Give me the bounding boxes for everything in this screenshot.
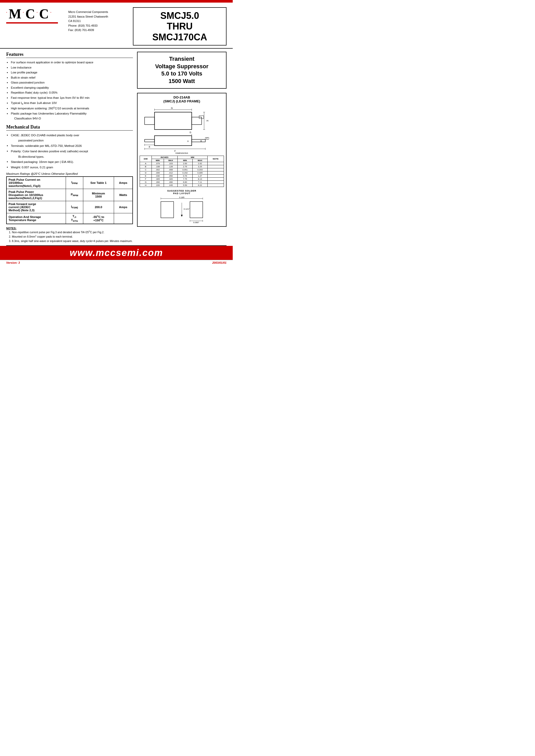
- rating-symbol: IFSM): [66, 201, 83, 213]
- header: ·M·C·C· Micro Commercial Components 2120…: [0, 3, 233, 49]
- website-text: www.mccsemi.com: [70, 247, 163, 258]
- solder-pad-section: SUGGESTED SOLDERPAD LAYOUT 0.185: [140, 189, 224, 224]
- svg-rect-12: [155, 135, 192, 145]
- dim-col-inches: INCHES: [152, 156, 177, 159]
- svg-text:0.060": 0.060": [193, 221, 199, 224]
- note-item: Non-repetitive current pulse per Fig.3 a…: [12, 230, 133, 234]
- mech-item: Standard packaging: 16mm tape per ( EIA …: [6, 159, 133, 165]
- svg-text:A: A: [187, 140, 189, 142]
- solder-pad-diagram: 0.185 0.121" 0.060": [158, 196, 205, 224]
- mechanical-title: Mechanical Data: [6, 125, 133, 130]
- company-address2: CA 91311: [68, 19, 128, 23]
- solder-title: SUGGESTED SOLDERPAD LAYOUT: [140, 189, 224, 195]
- page: ·M·C·C· Micro Commercial Components 2120…: [0, 0, 233, 328]
- feature-item: Fast response time: typical less than 1p…: [6, 96, 133, 100]
- part-number-title: SMCJ5.0THRUSMCJ170CA: [137, 10, 222, 42]
- svg-text:E: E: [149, 145, 150, 148]
- table-row: Peak forward surgecurrent (JEDECMethod) …: [7, 201, 133, 213]
- svg-rect-14: [192, 139, 205, 142]
- svg-text:G: G: [171, 106, 173, 109]
- table-row: Peak Pulse Current on10/1000uswaveform(N…: [7, 177, 133, 189]
- rating-symbol: PPPM: [66, 189, 83, 201]
- notes-list: Non-repetitive current pulse per Fig.3 a…: [6, 230, 133, 243]
- feature-item: For surface mount application in order t…: [6, 60, 133, 65]
- package-title: DO-214AB (SMCJ) (LEAD FRAME): [140, 96, 224, 103]
- dimensions-table: D/M INCHES MM NOTE MIN MAX MIN MAX: [140, 155, 224, 187]
- note-item: Mounted on 8.0mm2 copper pads to each te…: [12, 234, 133, 238]
- company-phone: Phone: (818) 701-4933: [68, 23, 128, 28]
- rating-label: Operation And StorageTemperature Range: [7, 213, 66, 224]
- package-diagram: G H C: [140, 105, 224, 154]
- mech-item: Polarity: Color band denotes positive en…: [6, 149, 133, 159]
- notes-section: NOTES: Non-repetitive current pulse per …: [6, 227, 133, 243]
- ratings-table: Peak Pulse Current on10/1000uswaveform(N…: [6, 176, 133, 224]
- svg-rect-0: [155, 112, 192, 129]
- left-column: Features For surface mount application i…: [6, 49, 133, 243]
- table-row: B.108.1282.753.25: [140, 165, 224, 168]
- mech-list: CASE: JEDEC DO-214AB molded plastic body…: [6, 133, 133, 170]
- footer-version: Version: 3: [6, 261, 20, 264]
- top-bar: [0, 0, 233, 3]
- dim-max-mm: MAX: [192, 159, 208, 162]
- rating-value: Minimum1500: [83, 189, 114, 201]
- svg-text:H: H: [207, 119, 209, 122]
- rating-label: Peak Pulse PowerDisspation on 10/1000usw…: [7, 189, 66, 201]
- footer-date: 2003/01/01: [212, 261, 227, 264]
- logo-red-line: [6, 22, 58, 23]
- table-row: G.260.2806.607.11: [140, 181, 224, 184]
- rating-label: Peak Pulse Current on10/1000uswaveform(N…: [7, 177, 66, 189]
- footer: Version: 3 2003/01/01: [0, 260, 233, 265]
- rating-unit: Watts: [114, 189, 133, 201]
- table-row: C.002.0080.0510.203: [140, 168, 224, 171]
- website-bar: www.mccsemi.com: [0, 246, 233, 260]
- part-number-box: SMCJ5.0THRUSMCJ170CA: [133, 7, 227, 45]
- tvs-title: TransientVoltage Suppressor5.0 to 170 Vo…: [140, 55, 224, 85]
- feature-item: Low inductance: [6, 65, 133, 70]
- company-name: Micro Commercial Components: [68, 10, 128, 14]
- rating-value: -55OC to+150OC: [83, 213, 114, 224]
- logo: ·M·C·C·: [6, 7, 53, 21]
- table-row: A.079.1032.002.62: [140, 162, 224, 165]
- max-ratings-header: Maximum Ratings @25°C Unless Otherwise S…: [6, 172, 133, 175]
- svg-rect-31: [190, 202, 203, 218]
- dim-col-mm: MM: [177, 156, 208, 159]
- rating-unit: Amps: [114, 177, 133, 189]
- rating-unit: [114, 213, 133, 224]
- feature-item: Repetition Rate( duty cycle): 0.05%: [6, 90, 133, 96]
- feature-list: For surface mount application in order t…: [6, 60, 133, 121]
- table-row: D.006.0120.1520.305: [140, 171, 224, 175]
- svg-marker-37: [181, 215, 183, 217]
- dim-header-row: D/M INCHES MM NOTE: [140, 156, 224, 159]
- rating-value: 200.0: [83, 201, 114, 213]
- company-fax: Fax: (818) 701-4939: [68, 28, 128, 33]
- mech-item: Terminals: solderable per MIL-STD-750, M…: [6, 143, 133, 149]
- package-box: DO-214AB (SMCJ) (LEAD FRAME): [137, 93, 227, 227]
- table-row: F.305.3207.758.13: [140, 178, 224, 181]
- svg-rect-30: [161, 202, 174, 218]
- main-content: Features For surface mount application i…: [0, 49, 233, 243]
- tvs-box: TransientVoltage Suppressor5.0 to 170 Vo…: [137, 52, 227, 88]
- features-title: Features: [6, 52, 133, 58]
- company-info: Micro Commercial Components 21201 Itasca…: [68, 7, 128, 33]
- rating-value: See Table 1: [83, 177, 114, 189]
- rating-unit: Amps: [114, 201, 133, 213]
- dim-min: MIN: [152, 159, 164, 162]
- svg-text:C: C: [206, 137, 208, 140]
- svg-text:0.185: 0.185: [179, 196, 184, 199]
- note-item: 8.3ms, single half sine-wave or equivale…: [12, 239, 133, 243]
- feature-item: Plastic package has Underwrites Laborato…: [6, 111, 133, 121]
- feature-item: Glass passivated junction: [6, 80, 133, 85]
- dim-max: MAX: [164, 159, 178, 162]
- feature-item: Typical I0 less than 1uA above 10V: [6, 100, 133, 106]
- feature-item: High temperature soldering: 260OC/10 sec…: [6, 106, 133, 111]
- mech-item: Weight: 0.007 ounce, 0.21 gram: [6, 165, 133, 170]
- table-row: Operation And StorageTemperature Range T…: [7, 213, 133, 224]
- svg-text:0.121": 0.121": [183, 208, 189, 210]
- mech-item: CASE: JEDEC DO-214AB molded plastic body…: [6, 133, 133, 143]
- table-row: Peak Pulse PowerDisspation on 10/1000usw…: [7, 189, 133, 201]
- svg-rect-13: [145, 139, 155, 142]
- feature-item: Built-in strain relief: [6, 75, 133, 80]
- notes-title: NOTES:: [6, 227, 16, 230]
- dim-col-note: NOTE: [208, 156, 224, 162]
- table-row: H.220.2455.596.22: [140, 184, 224, 187]
